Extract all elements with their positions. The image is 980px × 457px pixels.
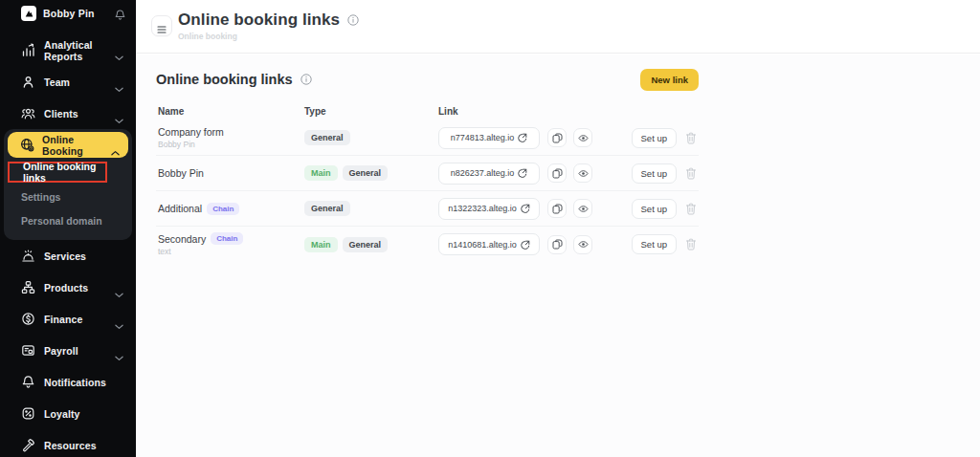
set-up-button[interactable]: Set up	[632, 234, 677, 254]
main-header: Online booking links Online booking	[136, 0, 980, 54]
finance-icon	[21, 312, 35, 326]
column-header-type: Type	[302, 106, 438, 117]
table-body: Company formBobby PinGeneraln774813.alte…	[156, 120, 699, 262]
sidebar-item-loyalty[interactable]: Loyalty	[0, 398, 136, 429]
delete-link-button[interactable]	[685, 131, 699, 144]
copy-link-button[interactable]	[547, 163, 567, 183]
copy-link-button[interactable]	[547, 235, 567, 254]
copy-link-button[interactable]	[547, 128, 567, 147]
sidebar-item-services[interactable]: Services	[0, 240, 136, 272]
type-badge-general: General	[304, 201, 350, 216]
table-row: Company formBobby PinGeneraln774813.alte…	[156, 120, 699, 156]
table-row: SecondaryChaintextMainGeneraln1410681.al…	[156, 227, 699, 262]
page-title-block: Online booking links Online booking	[178, 11, 359, 41]
link-name: Secondary	[158, 233, 206, 245]
sidebar: Bobby Pin Analytical ReportsTeamClientsO…	[0, 0, 136, 457]
sidebar-item-clients[interactable]: Clients	[0, 98, 136, 129]
online-booking-icon	[20, 138, 34, 152]
chevron-down-icon	[115, 348, 123, 354]
info-icon[interactable]	[347, 14, 359, 26]
cell-type: General	[302, 130, 438, 145]
column-header-name: Name	[156, 106, 302, 117]
breadcrumb: Online booking	[178, 32, 359, 41]
sidebar-item-analytical-reports[interactable]: Analytical Reports	[0, 34, 136, 66]
page-title: Online booking links	[178, 11, 340, 30]
booking-link-button[interactable]: n826237.alteg.io	[438, 163, 540, 185]
chevron-down-icon	[115, 111, 123, 117]
section-info-icon[interactable]	[301, 74, 312, 85]
preview-link-button[interactable]	[573, 163, 592, 183]
copy-icon	[552, 133, 563, 143]
eye-icon	[578, 168, 589, 179]
link-name: Company form	[158, 126, 224, 138]
chevron-down-icon	[115, 285, 123, 291]
sidebar-item-notifications[interactable]: Notifications	[0, 366, 136, 398]
delete-link-button[interactable]	[685, 238, 699, 251]
copy-icon	[552, 239, 563, 250]
link-name: Additional	[158, 203, 202, 214]
collapse-sidebar-button[interactable]	[151, 15, 172, 36]
trash-icon	[685, 167, 699, 180]
preview-link-button[interactable]	[573, 199, 592, 218]
chevron-down-icon	[115, 48, 123, 54]
cell-type: MainGeneral	[302, 165, 438, 181]
preview-link-button[interactable]	[573, 128, 592, 147]
new-link-button[interactable]: New link	[640, 69, 699, 91]
sidebar-item-online-booking[interactable]: Online Booking	[8, 132, 128, 158]
delete-link-button[interactable]	[685, 202, 699, 215]
submenu-item-settings[interactable]: Settings	[4, 185, 132, 208]
sidebar-item-team[interactable]: Team	[0, 66, 136, 98]
link-subtitle: Bobby Pin	[158, 140, 302, 149]
content-area: Online booking links New link Name Type …	[136, 54, 980, 457]
sidebar-item-finance[interactable]: Finance	[0, 303, 136, 335]
hamburger-icon	[157, 22, 167, 30]
cell-name: Company formBobby Pin	[156, 126, 302, 149]
set-up-button[interactable]: Set up	[632, 199, 677, 219]
cell-name: Bobby Pin	[156, 167, 302, 179]
type-badge-general: General	[343, 237, 389, 252]
cell-name: AdditionalChain	[156, 203, 302, 215]
sidebar-item-payroll[interactable]: Payroll	[0, 335, 136, 366]
notifications-icon	[21, 375, 35, 389]
preview-link-button[interactable]	[573, 235, 592, 254]
chevron-up-icon	[111, 142, 120, 148]
booking-link-button[interactable]: n774813.alteg.io	[438, 127, 540, 149]
submenu-item-personal-domain[interactable]: Personal domain	[4, 208, 132, 232]
chevron-down-icon	[115, 79, 123, 85]
copy-link-button[interactable]	[547, 199, 567, 218]
delete-link-button[interactable]	[685, 166, 699, 180]
bell-icon[interactable]	[114, 8, 126, 20]
resources-icon	[21, 438, 35, 452]
set-up-button[interactable]: Set up	[632, 163, 677, 184]
app-logo	[21, 6, 36, 21]
set-up-button[interactable]: Set up	[632, 128, 677, 148]
type-badge-main: Main	[304, 237, 338, 252]
cell-type: General	[302, 201, 438, 216]
sidebar-item-resources[interactable]: Resources	[0, 429, 136, 457]
eye-icon	[578, 239, 589, 250]
trash-icon	[685, 203, 699, 215]
submenu-item-online-booking-links[interactable]: Online booking links	[8, 162, 107, 183]
type-badge-main: Main	[304, 165, 338, 181]
workspace-name: Bobby Pin	[43, 8, 114, 19]
loyalty-icon	[21, 406, 35, 421]
chain-badge: Chain	[211, 232, 243, 245]
booking-link-button[interactable]: n1322323.alteg.io	[438, 198, 540, 220]
link-subtitle: text	[158, 247, 302, 256]
trash-icon	[685, 132, 699, 144]
products-icon	[21, 280, 35, 294]
type-badge-general: General	[304, 130, 350, 145]
copy-icon	[552, 204, 563, 214]
link-name: Bobby Pin	[158, 167, 204, 179]
table-row: AdditionalChainGeneraln1322323.alteg.ioS…	[156, 191, 699, 227]
external-link-icon	[518, 133, 527, 142]
sidebar-item-products[interactable]: Products	[0, 272, 136, 303]
external-link-icon	[521, 204, 530, 213]
chain-badge: Chain	[207, 203, 239, 215]
payroll-icon	[21, 343, 35, 358]
booking-link-button[interactable]: n1410681.alteg.io	[438, 233, 540, 255]
sidebar-header: Bobby Pin	[0, 0, 136, 27]
copy-icon	[552, 168, 563, 179]
cell-name: SecondaryChaintext	[156, 232, 302, 256]
online-booking-group: Online BookingOnline booking linksSettin…	[4, 129, 132, 240]
